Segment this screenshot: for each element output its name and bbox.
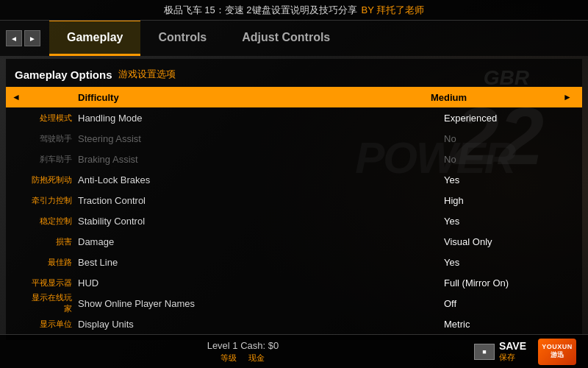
tab-gameplay[interactable]: Gameplay — [49, 21, 140, 56]
arrow-left-icon[interactable]: ◄ — [12, 92, 25, 102]
level-labels: 等级 现金 — [220, 353, 265, 364]
option-row[interactable]: 处理模式 Handling Mode Experienced — [6, 107, 582, 128]
option-label-cn: 平视显示器 — [25, 277, 78, 289]
options-table: ◄ Difficulty Medium ► 处理模式 Handling Mode… — [6, 87, 582, 334]
option-row[interactable]: 显示在线玩家 Show Online Player Names Off — [6, 293, 582, 314]
option-label-en: Steering Assist — [78, 133, 444, 144]
option-row[interactable]: 稳定控制 Stability Control Yes — [6, 210, 582, 231]
option-value: Medium — [431, 92, 563, 103]
option-label-cn: 驾驶助手 — [25, 133, 78, 144]
option-label-cn: 最佳路 — [25, 257, 78, 268]
logo-line1: YOUXUN — [542, 343, 573, 350]
option-label-cn: 防抱死制动 — [25, 174, 78, 185]
option-label-en: HUD — [78, 277, 444, 289]
option-label-en: Show Online Player Names — [78, 298, 444, 309]
option-value: High — [444, 195, 576, 206]
level-text: Level 1 Cash: $0 — [207, 340, 279, 351]
tab-bar: ◄ ► Gameplay Controls Adjust Controls — [0, 21, 588, 56]
option-value: Experienced — [444, 113, 576, 124]
youxun-logo: YOUXUN 游迅 — [538, 339, 576, 365]
ui-panel: ◄ ► Gameplay Controls Adjust Controls Ga… — [0, 21, 588, 368]
option-label-en: Traction Control — [78, 195, 444, 206]
option-value: No — [444, 154, 576, 165]
option-value: Metric — [444, 319, 576, 330]
save-icon: ■ — [474, 344, 495, 360]
content-area: Gameplay Options 游戏设置选项 ◄ Difficulty Med… — [6, 59, 582, 340]
option-value: Yes — [444, 257, 576, 268]
cash-label: 现金 — [248, 353, 265, 364]
save-label-cn: SAVE 保存 — [499, 340, 526, 363]
option-label-en: Anti-Lock Brakes — [78, 174, 444, 185]
option-label-en: Handling Mode — [78, 113, 444, 124]
option-label-en: Best Line — [78, 257, 444, 268]
level-label: 等级 — [220, 353, 237, 364]
banner-by-tag: BY 拜托了老师 — [362, 4, 425, 17]
tab-controls[interactable]: Controls — [140, 21, 224, 56]
option-value: Off — [444, 298, 576, 309]
option-row[interactable]: 驾驶助手 Steering Assist No — [6, 128, 582, 149]
top-banner: 极品飞车 15：变速 2键盘设置说明及技巧分享 BY 拜托了老师 — [0, 0, 588, 21]
option-label-cn: 稳定控制 — [25, 216, 78, 227]
option-label-cn: 牵引力控制 — [25, 195, 78, 206]
nav-arrow-right[interactable]: ► — [24, 30, 40, 46]
option-value: Yes — [444, 216, 576, 227]
arrow-right-icon[interactable]: ► — [563, 92, 576, 102]
section-title-cn: 游戏设置选项 — [118, 68, 176, 81]
option-row[interactable]: 显示单位 Display Units Metric — [6, 314, 582, 334]
option-value: No — [444, 133, 576, 144]
option-row[interactable]: 损害 Damage Visual Only — [6, 231, 582, 252]
option-label-en: Braking Assist — [78, 154, 444, 165]
option-row[interactable]: 刹车助手 Braking Assist No — [6, 149, 582, 169]
option-row[interactable]: 最佳路 Best Line Yes — [6, 252, 582, 272]
tab-adjust-controls[interactable]: Adjust Controls — [224, 21, 348, 56]
option-row[interactable]: ◄ Difficulty Medium ► — [6, 87, 582, 107]
save-label-en: SAVE — [499, 340, 526, 352]
bottom-bar: Level 1 Cash: $0 等级 现金 ■ SAVE 保存 YOUXUN … — [0, 334, 588, 368]
save-button[interactable]: ■ SAVE 保存 — [474, 340, 526, 363]
logo-line2: 游迅 — [551, 350, 564, 360]
option-label-en: Stability Control — [78, 216, 444, 227]
option-value: Full (Mirror On) — [444, 277, 576, 289]
option-label-en: Display Units — [78, 319, 444, 330]
option-label-cn: 损害 — [25, 236, 78, 247]
option-label-cn: 处理模式 — [25, 113, 78, 124]
option-label-cn: 显示在线玩家 — [25, 292, 78, 314]
option-label-en: Difficulty — [78, 92, 431, 103]
nav-arrows: ◄ ► — [6, 21, 49, 56]
option-row[interactable]: 牵引力控制 Traction Control High — [6, 190, 582, 210]
section-title-en: Gameplay Options — [15, 68, 112, 81]
option-row[interactable]: 平视显示器 HUD Full (Mirror On) — [6, 272, 582, 293]
option-value: Yes — [444, 174, 576, 185]
level-info: Level 1 Cash: $0 等级 现金 — [12, 340, 474, 364]
option-label-cn: 显示单位 — [25, 319, 78, 330]
section-header: Gameplay Options 游戏设置选项 — [6, 65, 582, 87]
option-value: Visual Only — [444, 236, 576, 247]
option-label-cn: 刹车助手 — [25, 154, 78, 165]
nav-arrow-left[interactable]: ◄ — [6, 30, 22, 46]
option-row[interactable]: 防抱死制动 Anti-Lock Brakes Yes — [6, 169, 582, 190]
banner-text: 极品飞车 15：变速 2键盘设置说明及技巧分享 — [164, 4, 357, 17]
option-label-en: Damage — [78, 236, 444, 247]
